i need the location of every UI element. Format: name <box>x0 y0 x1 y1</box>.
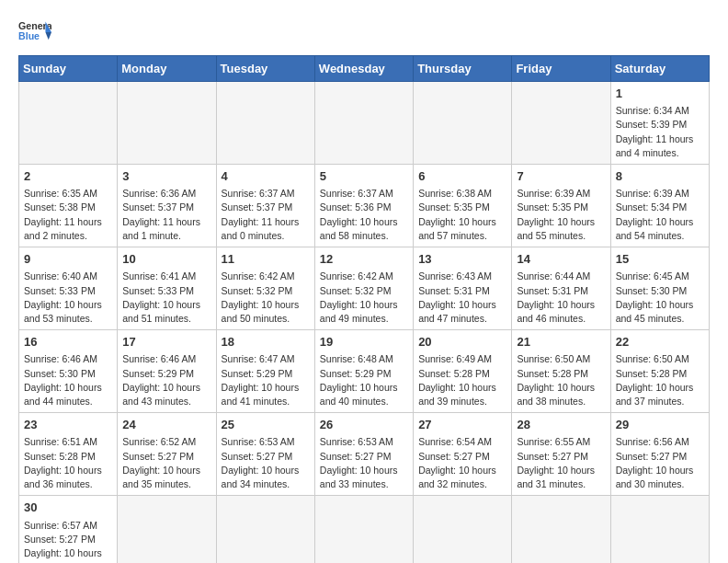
cell-sun-info: Sunrise: 6:55 AMSunset: 5:27 PMDaylight:… <box>517 435 605 491</box>
svg-text:Blue: Blue <box>18 30 40 41</box>
calendar-col-friday: Friday <box>512 56 610 82</box>
calendar-cell: 7Sunrise: 6:39 AMSunset: 5:35 PMDaylight… <box>512 165 610 247</box>
cell-sun-info: Sunrise: 6:52 AMSunset: 5:27 PMDaylight:… <box>122 435 210 491</box>
calendar-cell: 19Sunrise: 6:48 AMSunset: 5:29 PMDayligh… <box>314 330 413 413</box>
calendar-table: SundayMondayTuesdayWednesdayThursdayFrid… <box>18 55 710 563</box>
calendar-cell <box>216 82 314 165</box>
calendar-week-row: 30Sunrise: 6:57 AMSunset: 5:27 PMDayligh… <box>19 496 710 563</box>
calendar-cell: 23Sunrise: 6:51 AMSunset: 5:28 PMDayligh… <box>19 413 118 496</box>
day-number: 20 <box>418 334 506 350</box>
day-number: 11 <box>222 251 310 268</box>
cell-sun-info: Sunrise: 6:39 AMSunset: 5:35 PMDaylight:… <box>517 187 605 243</box>
page: General Blue SundayMondayTuesdayWednesda… <box>0 0 728 563</box>
calendar-cell: 21Sunrise: 6:50 AMSunset: 5:28 PMDayligh… <box>512 330 610 413</box>
calendar-week-row: 16Sunrise: 6:46 AMSunset: 5:30 PMDayligh… <box>19 330 710 413</box>
cell-sun-info: Sunrise: 6:43 AMSunset: 5:31 PMDaylight:… <box>418 270 506 326</box>
cell-sun-info: Sunrise: 6:42 AMSunset: 5:32 PMDaylight:… <box>320 270 408 326</box>
calendar-col-saturday: Saturday <box>610 56 709 82</box>
cell-sun-info: Sunrise: 6:50 AMSunset: 5:28 PMDaylight:… <box>616 352 704 408</box>
calendar-cell: 30Sunrise: 6:57 AMSunset: 5:27 PMDayligh… <box>19 496 118 563</box>
calendar-week-row: 2Sunrise: 6:35 AMSunset: 5:38 PMDaylight… <box>19 165 710 247</box>
calendar-header-row: SundayMondayTuesdayWednesdayThursdayFrid… <box>19 56 710 82</box>
calendar-cell: 4Sunrise: 6:37 AMSunset: 5:37 PMDaylight… <box>216 165 314 247</box>
calendar-col-tuesday: Tuesday <box>216 56 314 82</box>
cell-sun-info: Sunrise: 6:49 AMSunset: 5:28 PMDaylight:… <box>418 352 506 408</box>
day-number: 18 <box>222 334 310 350</box>
calendar-cell <box>414 496 512 563</box>
cell-sun-info: Sunrise: 6:44 AMSunset: 5:31 PMDaylight:… <box>517 270 605 326</box>
header: General Blue <box>18 18 710 46</box>
cell-sun-info: Sunrise: 6:54 AMSunset: 5:27 PMDaylight:… <box>418 435 506 491</box>
calendar-col-wednesday: Wednesday <box>314 56 413 82</box>
logo: General Blue <box>18 18 51 46</box>
cell-sun-info: Sunrise: 6:34 AMSunset: 5:39 PMDaylight:… <box>616 104 704 160</box>
day-number: 10 <box>122 251 210 268</box>
day-number: 15 <box>616 251 704 268</box>
calendar-cell: 6Sunrise: 6:38 AMSunset: 5:35 PMDaylight… <box>414 165 512 247</box>
calendar-cell <box>216 496 314 563</box>
cell-sun-info: Sunrise: 6:37 AMSunset: 5:37 PMDaylight:… <box>222 187 310 243</box>
calendar-cell <box>118 82 216 165</box>
day-number: 13 <box>418 251 506 268</box>
cell-sun-info: Sunrise: 6:53 AMSunset: 5:27 PMDaylight:… <box>222 435 310 491</box>
calendar-cell: 20Sunrise: 6:49 AMSunset: 5:28 PMDayligh… <box>414 330 512 413</box>
calendar-cell: 14Sunrise: 6:44 AMSunset: 5:31 PMDayligh… <box>512 247 610 330</box>
cell-sun-info: Sunrise: 6:39 AMSunset: 5:34 PMDaylight:… <box>616 187 704 243</box>
calendar-week-row: 1Sunrise: 6:34 AMSunset: 5:39 PMDaylight… <box>19 82 710 165</box>
day-number: 12 <box>320 251 408 268</box>
day-number: 7 <box>517 168 605 185</box>
cell-sun-info: Sunrise: 6:56 AMSunset: 5:27 PMDaylight:… <box>616 435 704 491</box>
day-number: 22 <box>616 334 704 350</box>
calendar-cell: 22Sunrise: 6:50 AMSunset: 5:28 PMDayligh… <box>610 330 709 413</box>
cell-sun-info: Sunrise: 6:46 AMSunset: 5:30 PMDaylight:… <box>24 352 112 408</box>
calendar-cell: 13Sunrise: 6:43 AMSunset: 5:31 PMDayligh… <box>414 247 512 330</box>
cell-sun-info: Sunrise: 6:42 AMSunset: 5:32 PMDaylight:… <box>222 270 310 326</box>
calendar-cell <box>512 496 610 563</box>
day-number: 8 <box>616 168 704 185</box>
svg-marker-3 <box>45 32 51 40</box>
day-number: 25 <box>222 417 310 433</box>
calendar-cell: 5Sunrise: 6:37 AMSunset: 5:36 PMDaylight… <box>314 165 413 247</box>
cell-sun-info: Sunrise: 6:57 AMSunset: 5:27 PMDaylight:… <box>24 519 112 564</box>
day-number: 23 <box>24 417 112 433</box>
day-number: 3 <box>122 168 210 185</box>
day-number: 6 <box>418 168 506 185</box>
day-number: 27 <box>418 417 506 433</box>
calendar-cell <box>118 496 216 563</box>
calendar-cell: 10Sunrise: 6:41 AMSunset: 5:33 PMDayligh… <box>118 247 216 330</box>
calendar-cell: 8Sunrise: 6:39 AMSunset: 5:34 PMDaylight… <box>610 165 709 247</box>
calendar-cell <box>610 496 709 563</box>
calendar-cell: 12Sunrise: 6:42 AMSunset: 5:32 PMDayligh… <box>314 247 413 330</box>
cell-sun-info: Sunrise: 6:45 AMSunset: 5:30 PMDaylight:… <box>616 270 704 326</box>
calendar-cell <box>512 82 610 165</box>
cell-sun-info: Sunrise: 6:48 AMSunset: 5:29 PMDaylight:… <box>320 352 408 408</box>
calendar-cell: 26Sunrise: 6:53 AMSunset: 5:27 PMDayligh… <box>314 413 413 496</box>
day-number: 9 <box>24 251 112 268</box>
calendar-cell: 9Sunrise: 6:40 AMSunset: 5:33 PMDaylight… <box>19 247 118 330</box>
calendar-col-thursday: Thursday <box>414 56 512 82</box>
day-number: 5 <box>320 168 408 185</box>
day-number: 19 <box>320 334 408 350</box>
day-number: 24 <box>122 417 210 433</box>
calendar-cell: 3Sunrise: 6:36 AMSunset: 5:37 PMDaylight… <box>118 165 216 247</box>
day-number: 29 <box>616 417 704 433</box>
calendar-week-row: 23Sunrise: 6:51 AMSunset: 5:28 PMDayligh… <box>19 413 710 496</box>
calendar-cell: 2Sunrise: 6:35 AMSunset: 5:38 PMDaylight… <box>19 165 118 247</box>
day-number: 16 <box>24 334 112 350</box>
calendar-cell: 28Sunrise: 6:55 AMSunset: 5:27 PMDayligh… <box>512 413 610 496</box>
cell-sun-info: Sunrise: 6:50 AMSunset: 5:28 PMDaylight:… <box>517 352 605 408</box>
cell-sun-info: Sunrise: 6:36 AMSunset: 5:37 PMDaylight:… <box>122 187 210 243</box>
calendar-cell: 11Sunrise: 6:42 AMSunset: 5:32 PMDayligh… <box>216 247 314 330</box>
day-number: 30 <box>24 500 112 516</box>
calendar-cell: 1Sunrise: 6:34 AMSunset: 5:39 PMDaylight… <box>610 82 709 165</box>
calendar-cell: 25Sunrise: 6:53 AMSunset: 5:27 PMDayligh… <box>216 413 314 496</box>
calendar-cell <box>414 82 512 165</box>
day-number: 17 <box>122 334 210 350</box>
calendar-col-sunday: Sunday <box>19 56 118 82</box>
calendar-cell: 29Sunrise: 6:56 AMSunset: 5:27 PMDayligh… <box>610 413 709 496</box>
calendar-cell: 17Sunrise: 6:46 AMSunset: 5:29 PMDayligh… <box>118 330 216 413</box>
day-number: 4 <box>222 168 310 185</box>
day-number: 28 <box>517 417 605 433</box>
cell-sun-info: Sunrise: 6:53 AMSunset: 5:27 PMDaylight:… <box>320 435 408 491</box>
day-number: 21 <box>517 334 605 350</box>
